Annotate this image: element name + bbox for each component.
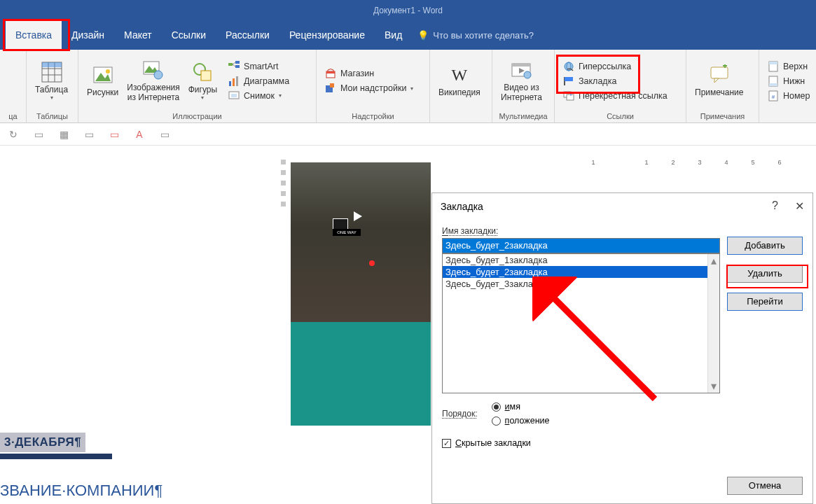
store-button[interactable]: Магазин [321,66,417,80]
listbox-scrollbar[interactable]: ▴ ▾ [707,254,719,393]
comment-icon [708,64,731,86]
hyperlink-icon [563,61,574,72]
tab-references[interactable]: Ссылки [162,20,216,50]
header-icon [768,61,779,72]
wikipedia-button[interactable]: W Википедия [434,64,485,98]
company-heading[interactable]: ЗВАНИЕ·КОМПАНИИ¶ [0,482,162,500]
qat-icon-3[interactable]: ▭ [83,128,95,141]
tab-review[interactable]: Рецензирование [279,20,375,50]
qat-icon-1[interactable]: ▭ [32,128,45,141]
group-media-label: Мультимедиа [492,112,554,122]
pictures-label: Рисунки [87,88,118,98]
online-pictures-label: Изображенияиз Интернета [127,83,179,103]
shapes-label: Фигуры [188,85,217,95]
qat-icon-6[interactable]: ▭ [158,128,171,141]
hidden-bookmarks-checkbox[interactable]: Скрытые закладки Скрытые закладки [442,438,803,448]
pictures-button[interactable]: Рисунки [83,64,123,98]
horizontal-ruler[interactable]: 1 1 2 3 4 5 6 [580,157,816,168]
crossref-button[interactable]: Перекрестная ссылка [559,89,672,103]
cancel-button[interactable]: Отмена [727,477,803,495]
svg-rect-38 [711,67,728,78]
quick-access-row: ↻ ▭ ▦ ▭ ▭ A ▭ [0,123,816,146]
checkbox-icon [442,439,451,448]
footer-button[interactable]: Нижн [763,74,814,88]
radio-icon [492,416,501,426]
scroll-down-icon[interactable]: ▾ [711,379,717,393]
tab-insert[interactable]: Вставка [6,20,62,50]
redo-icon[interactable]: ↻ [7,128,20,141]
tab-view[interactable]: Вид [375,20,412,50]
dialog-titlebar[interactable]: Закладка ? ✕ [432,193,812,220]
order-location-radio[interactable]: положение положение [492,416,550,426]
header-button[interactable]: Верхн [763,59,814,74]
wikipedia-label: Википедия [438,88,480,98]
table-button[interactable]: Таблица ▾ [31,61,72,102]
online-video-label: Видео изИнтернета [501,83,542,103]
smartart-button[interactable]: SmartArt [224,59,293,74]
group-comments-label: Примечания [686,112,759,122]
add-button[interactable]: Добавить [727,237,803,255]
chart-button[interactable]: Диаграмма [224,74,293,88]
bookmark-listbox[interactable]: Здесь_будет_1закладка Здесь_будет_2закла… [442,253,720,393]
tab-design[interactable]: Дизайн [62,20,114,50]
qat-icon-5[interactable]: A [133,128,146,141]
shapes-button[interactable]: Фигуры ▾ [184,61,221,102]
svg-rect-16 [235,65,240,68]
video-icon [510,59,532,81]
bookmark-icon [563,76,574,87]
bookmark-button[interactable]: Закладка [559,74,672,88]
order-name-label: имя [505,402,520,412]
list-item[interactable]: Здесь_будет_3закладка [443,278,719,290]
document-image-1[interactable]: ONE WAY [291,162,431,322]
crossref-icon [563,90,574,102]
bookmark-name-input[interactable]: Здесь_будет_2закладка [442,238,720,253]
page-number-button[interactable]: # Номер [763,89,814,103]
hyperlink-button[interactable]: Гиперссылка [559,59,672,74]
online-pictures-icon [142,59,165,81]
group-addins-label: Надстройки [317,112,429,122]
store-label: Магазин [340,69,374,78]
list-item[interactable]: Здесь_будет_1закладка [443,254,719,266]
help-button[interactable]: ? [772,200,778,213]
table-button-label: Таблица [35,85,68,95]
store-icon [325,68,336,79]
svg-line-18 [233,64,235,66]
svg-rect-43 [769,62,777,64]
ribbon: ца Таблица ▾ Таблицы Рисунки [0,50,816,123]
my-addins-button[interactable]: Мои надстройки ▾ [321,81,417,95]
scroll-up-icon[interactable]: ▴ [711,254,717,267]
chart-icon [228,76,240,87]
screenshot-label: Снимок [244,91,275,101]
hyperlink-label: Гиперссылка [579,62,631,71]
delete-button[interactable]: Удалить [727,265,803,283]
bulb-icon: 💡 [417,30,429,41]
svg-rect-14 [228,63,233,66]
online-video-button[interactable]: Видео изИнтернета [497,59,546,103]
order-name-radio[interactable]: имя имя [492,402,550,412]
footer-label: Нижн [783,76,805,86]
svg-point-8 [106,69,110,74]
qat-icon-2[interactable]: ▦ [57,128,70,141]
list-item[interactable]: Здесь_будет_2закладка [443,266,719,278]
svg-rect-37 [567,94,574,100]
document-image-2[interactable] [291,322,431,426]
crossref-label: Перекрестная ссылка [579,91,668,101]
bookmark-dialog: Закладка ? ✕ ИИмя закладки:мя закладки: … [431,192,813,504]
svg-rect-29 [512,64,530,66]
comment-button[interactable]: Примечание [691,64,747,98]
ribbon-tabs: Вставка Дизайн Макет Ссылки Рассылки Рец… [0,20,816,50]
tell-me-search[interactable]: 💡 Что вы хотите сделать? [417,30,534,41]
svg-rect-27 [330,83,334,88]
date-heading[interactable]: 3·ДЕКАБРЯ¶ [0,433,85,452]
online-pictures-button[interactable]: Изображенияиз Интернета [123,59,184,103]
close-button[interactable]: ✕ [795,200,804,213]
tab-layout[interactable]: Макет [114,20,162,50]
qat-icon-4[interactable]: ▭ [108,128,120,141]
tab-mailings[interactable]: Рассылки [216,20,279,50]
svg-rect-13 [201,71,211,80]
page-number-label: Номер [783,91,810,101]
pictures-icon [92,64,114,86]
goto-button[interactable]: Перейти [727,293,803,311]
screenshot-button[interactable]: Снимок ▾ [224,89,293,103]
svg-marker-39 [714,78,719,83]
